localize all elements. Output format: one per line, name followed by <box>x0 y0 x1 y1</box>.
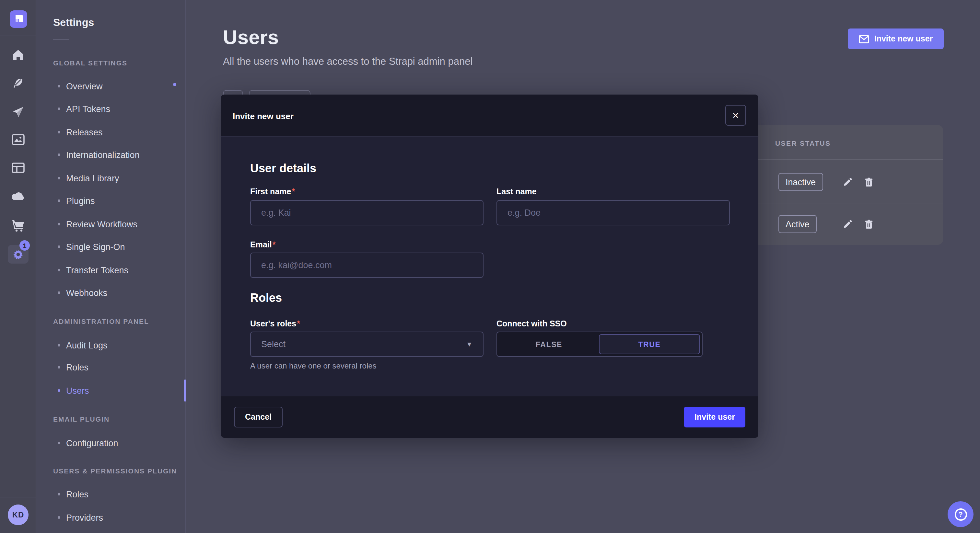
bullet-icon <box>58 108 60 110</box>
bullet-icon <box>58 85 60 87</box>
strapi-admin: Users All the users who have access to t… <box>0 0 980 533</box>
strapi-logo[interactable] <box>10 10 27 28</box>
close-icon[interactable]: ✕ <box>725 105 746 125</box>
question-mark-icon: ? <box>955 508 967 520</box>
strapi-logo-icon <box>14 14 23 24</box>
active-item-indicator <box>184 379 186 401</box>
last-name-field[interactable] <box>496 200 730 225</box>
roles-select-value: Select <box>261 339 466 349</box>
pencil-icon <box>842 219 852 229</box>
edit-user-button[interactable] <box>839 216 855 232</box>
feather-icon[interactable] <box>0 77 36 90</box>
sso-toggle-false[interactable]: FALSE <box>499 334 599 354</box>
cart-icon[interactable] <box>0 219 36 232</box>
bullet-icon <box>58 200 60 202</box>
cancel-button[interactable]: Cancel <box>234 407 283 427</box>
bullet-icon <box>58 269 60 271</box>
envelope-icon <box>859 35 869 43</box>
pencil-icon <box>842 177 852 187</box>
sidebar-item-plugins[interactable]: Plugins <box>36 193 186 209</box>
roles-select[interactable]: Select ▼ <box>250 332 484 357</box>
home-icon[interactable] <box>0 49 36 62</box>
sidebar-item-single-sign-on[interactable]: Single Sign-On <box>36 239 186 254</box>
layout-icon[interactable] <box>0 163 36 173</box>
settings-notification-badge: 1 <box>19 240 30 251</box>
overview-notification-dot <box>173 83 176 86</box>
bullet-icon <box>58 389 60 392</box>
sso-toggle-true[interactable]: TRUE <box>599 334 700 354</box>
bullet-icon <box>58 344 60 346</box>
connect-sso-label: Connect with SSO <box>496 319 567 328</box>
delete-user-button[interactable] <box>861 216 876 232</box>
bullet-icon <box>58 223 60 225</box>
roles-helper-text: A user can have one or several roles <box>250 362 377 370</box>
settings-sidebar: Settings GLOBAL SETTINGS Overview API To… <box>36 0 186 533</box>
sidebar-item-audit-logs[interactable]: Audit Logs <box>36 338 186 353</box>
images-icon[interactable] <box>0 134 36 145</box>
bullet-icon <box>58 292 60 294</box>
sidebar-item-media-library[interactable]: Media Library <box>36 170 186 186</box>
bullet-icon <box>58 442 60 444</box>
required-asterisk: * <box>272 240 276 249</box>
section-email-plugin: EMAIL PLUGIN <box>53 415 110 423</box>
bullet-icon <box>58 154 60 156</box>
help-button[interactable]: ? <box>948 501 974 527</box>
invite-user-button[interactable]: Invite user <box>684 407 745 427</box>
trash-icon <box>864 177 873 187</box>
sidebar-item-providers[interactable]: Providers <box>36 510 186 525</box>
users-roles-label: User's roles* <box>250 319 300 328</box>
send-icon[interactable] <box>0 106 36 119</box>
bullet-icon <box>58 366 60 368</box>
required-asterisk: * <box>292 187 295 196</box>
user-avatar[interactable]: KD <box>8 504 29 525</box>
sidebar-item-releases[interactable]: Releases <box>36 124 186 140</box>
sidebar-item-overview[interactable]: Overview <box>36 78 186 94</box>
status-badge: Inactive <box>778 173 823 191</box>
invite-new-user-label: Invite new user <box>874 34 933 43</box>
title-divider <box>53 40 69 40</box>
sidebar-title: Settings <box>53 17 94 29</box>
bullet-icon <box>58 177 60 179</box>
modal-title: Invite new user <box>233 111 294 121</box>
user-status-column-header: USER STATUS <box>775 139 830 147</box>
email-label: Email* <box>250 240 275 249</box>
sidebar-item-internationalization[interactable]: Internationalization <box>36 147 186 163</box>
page-title: Users <box>223 26 279 49</box>
sidebar-item-users[interactable]: Users <box>36 383 186 398</box>
bullet-icon <box>58 131 60 133</box>
sidebar-item-api-tokens[interactable]: API Tokens <box>36 101 186 117</box>
bullet-icon <box>58 493 60 495</box>
section-global-settings: GLOBAL SETTINGS <box>53 59 127 67</box>
page-subtitle: All the users who have access to the Str… <box>223 56 473 67</box>
nav-rail: 1 KD <box>0 0 36 533</box>
sidebar-item-webhooks[interactable]: Webhooks <box>36 285 186 300</box>
sidebar-item-transfer-tokens[interactable]: Transfer Tokens <box>36 262 186 278</box>
bullet-icon <box>58 516 60 519</box>
sidebar-item-roles-up[interactable]: Roles <box>36 486 186 502</box>
cloud-icon[interactable] <box>0 192 36 201</box>
rail-divider <box>0 497 36 497</box>
sso-toggle: FALSE TRUE <box>496 332 703 357</box>
required-asterisk: * <box>297 319 300 328</box>
user-details-heading: User details <box>250 162 316 176</box>
delete-user-button[interactable] <box>861 174 876 190</box>
section-administration-panel: ADMINISTRATION PANEL <box>53 317 149 325</box>
section-users-permissions-plugin: USERS & PERMISSIONS PLUGIN <box>53 467 177 475</box>
modal-header: Invite new user ✕ <box>221 95 758 136</box>
edit-user-button[interactable] <box>839 174 855 190</box>
sidebar-item-configuration[interactable]: Configuration <box>36 435 186 451</box>
first-name-label: First name* <box>250 187 295 196</box>
sidebar-item-roles-admin[interactable]: Roles <box>36 359 186 375</box>
invite-new-user-button[interactable]: Invite new user <box>848 29 944 49</box>
modal-footer: Cancel Invite user <box>221 396 758 438</box>
chevron-down-icon: ▼ <box>466 341 473 348</box>
email-field[interactable] <box>250 252 484 278</box>
sidebar-item-review-workflows[interactable]: Review Workflows <box>36 216 186 232</box>
bullet-icon <box>58 246 60 248</box>
first-name-field[interactable] <box>250 200 484 225</box>
rail-divider <box>0 36 36 36</box>
roles-heading: Roles <box>250 292 282 305</box>
status-badge: Active <box>778 215 817 233</box>
trash-icon <box>864 219 873 229</box>
last-name-label: Last name <box>496 187 537 196</box>
